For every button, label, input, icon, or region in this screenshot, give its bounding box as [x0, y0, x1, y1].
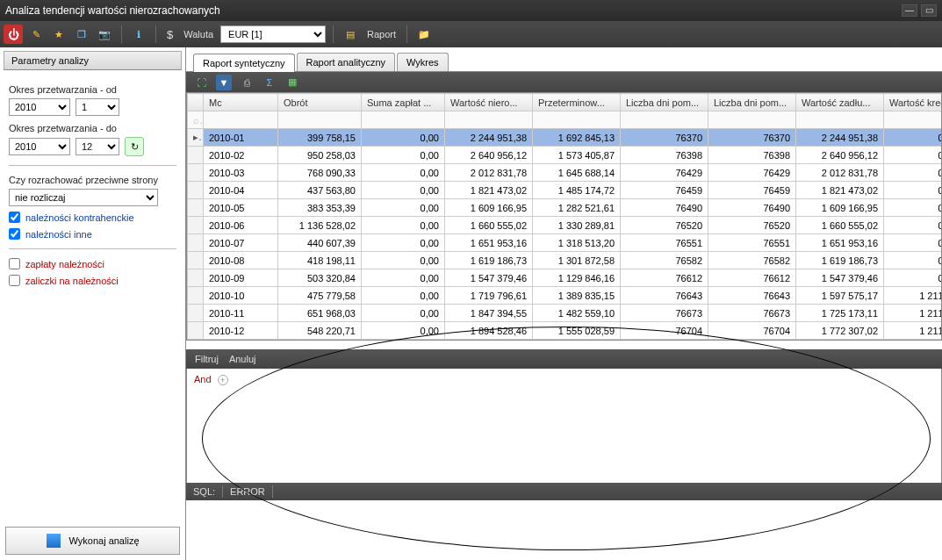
table-row[interactable]: 2010-09503 320,840,001 547 379,461 129 8… — [188, 269, 943, 287]
filter-cell[interactable] — [884, 111, 943, 129]
col-header[interactable]: Wartość zadłu... — [796, 94, 884, 111]
table-row[interactable]: 2010-02950 258,030,002 640 956,121 573 4… — [188, 147, 943, 164]
table-row[interactable]: 2010-12548 220,710,001 894 528,461 555 0… — [188, 322, 943, 340]
execute-label: Wykonaj analizę — [69, 535, 140, 546]
cell: 0,00 — [884, 147, 943, 164]
expand-icon[interactable]: ⛶ — [193, 75, 209, 90]
period-from-year[interactable]: 2010 — [9, 98, 70, 116]
filter-cell[interactable] — [278, 111, 362, 129]
table-row[interactable]: 2010-061 136 528,020,001 660 555,021 330… — [188, 217, 943, 234]
cell: 2 640 956,12 — [445, 147, 533, 164]
power-icon[interactable]: ⏻ — [4, 25, 23, 44]
period-from-month[interactable]: 1 — [76, 98, 119, 116]
separator — [333, 25, 334, 43]
cell: 1 330 289,81 — [533, 217, 621, 234]
cell: 1 725 173,11 — [796, 305, 884, 322]
row-indicator — [188, 164, 204, 182]
layers-icon[interactable]: ❐ — [72, 25, 91, 44]
chk-zaplaty[interactable] — [9, 258, 20, 269]
print-icon[interactable]: ⎙ — [239, 75, 255, 90]
cell: 1 821 473,02 — [445, 182, 533, 199]
cell: 76551 — [708, 234, 796, 252]
tab-analityczny[interactable]: Raport analityczny — [297, 53, 396, 71]
filter-apply[interactable]: Filtruj — [195, 354, 219, 364]
chk-kontrah[interactable] — [9, 212, 20, 223]
cell: 76429 — [621, 164, 708, 182]
filter-cell[interactable] — [708, 111, 796, 129]
filter-cell[interactable] — [204, 111, 278, 129]
cell: 1 660 555,02 — [796, 217, 884, 234]
chk-inne[interactable] — [9, 228, 20, 240]
export-icon[interactable]: ▦ — [284, 75, 300, 90]
cell: 76582 — [708, 252, 796, 269]
report-icon[interactable]: ▤ — [341, 25, 360, 44]
chart-icon — [47, 534, 61, 548]
col-header[interactable]: Mc — [204, 94, 278, 111]
table-row[interactable]: 2010-05383 353,390,001 609 166,951 282 5… — [188, 199, 943, 217]
cell: 76673 — [708, 305, 796, 322]
cell: 0,00 — [362, 182, 445, 199]
col-header[interactable]: Liczba dni pom... — [708, 94, 796, 111]
filter-cell[interactable] — [362, 111, 445, 129]
cell: 76490 — [708, 199, 796, 217]
col-header[interactable]: Wartość kred... — [884, 94, 943, 111]
cell: 2010-12 — [204, 322, 278, 340]
cell: 2010-04 — [204, 182, 278, 199]
filter-expression[interactable]: And — [194, 374, 212, 384]
minimize-button[interactable]: — — [902, 4, 917, 17]
cell: 548 220,71 — [278, 322, 362, 340]
period-to-year[interactable]: 2010 — [9, 138, 70, 155]
chk-zaliczki[interactable] — [9, 275, 20, 286]
row-indicator — [188, 305, 204, 322]
indicator-header — [188, 94, 204, 111]
col-header[interactable]: Liczba dni pom... — [621, 94, 708, 111]
cell: 0,00 — [884, 182, 943, 199]
opposite-select[interactable]: nie rozliczaj — [9, 189, 158, 206]
table-row[interactable]: 2010-08418 198,110,001 619 186,731 301 8… — [188, 252, 943, 269]
table-row[interactable]: 2010-10475 779,580,001 719 796,611 389 8… — [188, 287, 943, 305]
folder-icon[interactable]: 📁 — [414, 25, 434, 44]
cell: 76429 — [708, 164, 796, 182]
table-row[interactable]: ▸2010-01399 758,150,002 244 951,381 692 … — [188, 129, 943, 147]
currency-select[interactable]: EUR [1] — [220, 25, 326, 43]
row-indicator — [188, 182, 204, 199]
restore-button[interactable]: ▭ — [921, 4, 937, 17]
filter-cell[interactable] — [621, 111, 708, 129]
table-row[interactable]: 2010-07440 607,390,001 651 953,161 318 5… — [188, 234, 943, 252]
cell: 1 211,00 — [884, 305, 943, 322]
apply-period-icon[interactable]: ↻ — [125, 137, 144, 156]
col-header[interactable]: Obrót — [278, 94, 362, 111]
edit-icon[interactable]: ✎ — [26, 25, 46, 44]
info-icon[interactable]: ℹ — [129, 25, 148, 44]
cell: 0,00 — [884, 129, 943, 147]
sum-icon[interactable]: Σ — [262, 75, 277, 90]
col-header[interactable]: Przeterminow... — [533, 94, 621, 111]
add-condition-icon[interactable]: + — [218, 375, 228, 385]
period-to-month[interactable]: 12 — [76, 138, 119, 155]
cell: 1 609 166,95 — [796, 199, 884, 217]
separator — [121, 25, 122, 43]
tab-wykres[interactable]: Wykres — [397, 53, 449, 71]
panel-header: Parametry analizy — [4, 51, 182, 70]
cell: 76398 — [708, 147, 796, 164]
cell: 76704 — [621, 322, 708, 340]
table-row[interactable]: 2010-04437 563,800,001 821 473,021 485 1… — [188, 182, 943, 199]
filter-cell[interactable] — [533, 111, 621, 129]
cell: 1 547 379,46 — [445, 269, 533, 287]
cell: 0,00 — [362, 217, 445, 234]
table-row[interactable]: 2010-03768 090,330,002 012 831,781 645 6… — [188, 164, 943, 182]
table-row[interactable]: 2010-11651 968,030,001 847 394,551 482 5… — [188, 305, 943, 322]
tab-syntetyczny[interactable]: Raport syntetyczny — [193, 54, 295, 72]
filter-cell[interactable] — [445, 111, 533, 129]
camera-icon[interactable]: 📷 — [95, 25, 114, 44]
cell: 2010-10 — [204, 287, 278, 305]
chk-zaplaty-label: zapłaty należności — [25, 259, 104, 269]
filter-cell[interactable] — [796, 111, 884, 129]
filter-icon[interactable]: ▼ — [216, 75, 232, 90]
col-header[interactable]: Wartość niero... — [445, 94, 533, 111]
star-icon[interactable]: ★ — [49, 25, 68, 44]
report-label[interactable]: Raport — [367, 29, 396, 39]
col-header[interactable]: Suma zapłat ... — [362, 94, 445, 111]
filter-cancel[interactable]: Anuluj — [229, 354, 256, 364]
execute-button[interactable]: Wykonaj analizę — [5, 527, 180, 555]
